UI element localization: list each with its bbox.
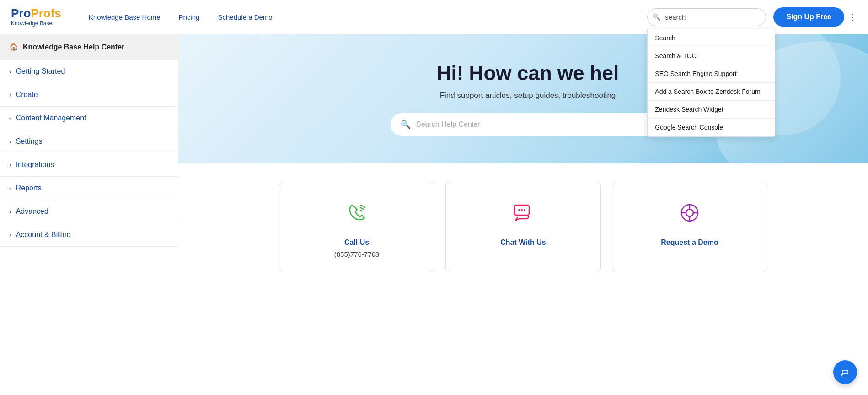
dropdown-item-zendesk-add[interactable]: Add a Search Box to Zendesk Forum: [648, 83, 775, 101]
sidebar-item-label: Settings: [16, 137, 43, 146]
home-icon: 🏠: [9, 43, 18, 51]
header-search-wrapper: 🔍 Search Search & TOC SEO Search Engine …: [647, 8, 766, 26]
chevron-icon: ›: [9, 68, 11, 75]
sidebar-item-label: Create: [16, 91, 38, 99]
lifeline-icon: [677, 200, 702, 228]
sidebar-home-item[interactable]: 🏠 Knowledge Base Help Center: [0, 34, 178, 60]
card-call-us[interactable]: Call Us (855)776-7763: [279, 182, 434, 272]
svg-point-1: [518, 209, 520, 211]
dropdown-item-seo[interactable]: SEO Search Engine Support: [648, 65, 775, 83]
chevron-icon: ›: [9, 138, 11, 145]
card-chat-us[interactable]: Chat With Us: [445, 182, 601, 272]
chat-icon: [511, 200, 536, 228]
svg-point-10: [839, 366, 851, 378]
svg-point-3: [524, 209, 525, 211]
hero-title: Hi! How can we hel: [437, 62, 619, 85]
card-call-title: Call Us: [344, 238, 369, 247]
sidebar-item-label: Reports: [16, 184, 42, 192]
signup-button[interactable]: Sign Up Free: [773, 7, 844, 27]
main-nav: Knowledge Base Home Pricing Schedule a D…: [89, 13, 273, 21]
chevron-icon: ›: [9, 208, 11, 215]
nav-link-demo[interactable]: Schedule a Demo: [218, 13, 272, 21]
hero-subtitle: Find support articles, setup guides, tro…: [440, 91, 616, 100]
sidebar-item-label: Account & Billing: [16, 231, 71, 239]
dropdown-item-zendesk-widget[interactable]: Zendesk Search Widget: [648, 101, 775, 119]
hero-search-placeholder: Search Help Center: [416, 120, 481, 129]
chevron-icon: ›: [9, 91, 11, 98]
dropdown-list: Search Search & TOC SEO Search Engine Su…: [648, 29, 775, 136]
more-options-icon[interactable]: ⋮: [849, 12, 857, 22]
header: ProProfs Knowledge Base Knowledge Base H…: [0, 0, 868, 34]
phone-icon: [344, 200, 369, 228]
sidebar-item-account-billing[interactable]: › Account & Billing: [0, 223, 178, 247]
dropdown-item-google-console[interactable]: Google Search Console: [648, 119, 775, 136]
sidebar-item-label: Advanced: [16, 207, 48, 216]
sidebar-item-settings[interactable]: › Settings: [0, 130, 178, 153]
sidebar-item-label: Integrations: [16, 161, 54, 169]
sidebar-item-create[interactable]: › Create: [0, 83, 178, 107]
sidebar-item-label: Content Management: [16, 114, 86, 122]
search-dropdown: Search Search & TOC SEO Search Engine Su…: [647, 29, 775, 137]
logo-link[interactable]: ProProfs Knowledge Base: [11, 7, 61, 27]
sidebar-item-integrations[interactable]: › Integrations: [0, 153, 178, 177]
sidebar-item-reports[interactable]: › Reports: [0, 177, 178, 200]
dropdown-item-search-toc[interactable]: Search & TOC: [648, 47, 775, 65]
sidebar-home-label: Knowledge Base Help Center: [23, 43, 124, 51]
nav-link-home[interactable]: Knowledge Base Home: [89, 13, 161, 21]
card-call-value: (855)776-7763: [334, 250, 379, 258]
header-search-icon: 🔍: [653, 13, 660, 21]
sidebar-item-label: Getting Started: [16, 67, 65, 76]
svg-point-5: [686, 209, 693, 216]
chevron-icon: ›: [9, 231, 11, 238]
sidebar-item-content-management[interactable]: › Content Management: [0, 107, 178, 130]
logo-text: ProProfs: [11, 7, 61, 19]
chevron-icon: ›: [9, 184, 11, 192]
hero-search-icon: 🔍: [401, 119, 411, 130]
card-demo-title: Request a Demo: [661, 238, 718, 247]
cards-row: Call Us (855)776-7763 Chat With Us: [178, 163, 868, 281]
sidebar-item-advanced[interactable]: › Advanced: [0, 200, 178, 223]
card-chat-title: Chat With Us: [500, 238, 546, 247]
chat-fab-button[interactable]: [833, 360, 857, 384]
dropdown-item-search[interactable]: Search: [648, 29, 775, 47]
hero-search-bar[interactable]: 🔍 Search Help Center: [391, 113, 665, 136]
chevron-icon: ›: [9, 114, 11, 122]
sidebar-item-getting-started[interactable]: › Getting Started: [0, 60, 178, 83]
header-search-input[interactable]: [647, 8, 766, 26]
nav-link-pricing[interactable]: Pricing: [179, 13, 200, 21]
logo-subtitle: Knowledge Base: [11, 20, 61, 27]
chevron-icon: ›: [9, 161, 11, 168]
card-request-demo[interactable]: Request a Demo: [612, 182, 767, 272]
svg-point-2: [521, 209, 523, 211]
sidebar: 🏠 Knowledge Base Help Center › Getting S…: [0, 34, 178, 395]
